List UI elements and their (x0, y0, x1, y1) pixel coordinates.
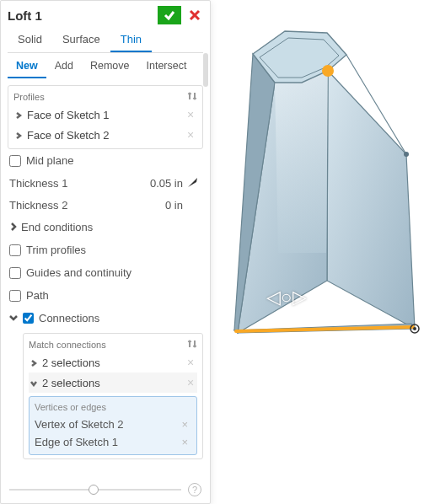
panel-body: Solid Surface Thin New Add Remove Inters… (1, 28, 210, 478)
selection-item-label: Vertex of Sketch 2 (35, 418, 178, 431)
list-item-label: 2 selections (42, 377, 185, 389)
path-checkbox[interactable] (9, 290, 21, 302)
connections-row[interactable]: Connections (8, 307, 203, 330)
feature-panel: Loft 1 Solid Surface Thin New Add Remove… (0, 0, 211, 504)
close-icon (188, 8, 201, 22)
trim-checkbox[interactable] (9, 244, 21, 256)
end-conditions-label: End conditions (21, 221, 93, 233)
thickness1-value[interactable]: 0.05 in (127, 177, 186, 190)
measure-button[interactable] (186, 175, 201, 190)
panel-title: Loft 1 (8, 8, 158, 23)
cancel-button[interactable] (186, 7, 203, 24)
thickness2-row: Thickness 2 0 in (8, 194, 203, 216)
list-item[interactable]: 2 selections × (29, 352, 197, 373)
viewport-3d[interactable]: ◁ ○ ▷ (211, 0, 440, 504)
tab-solid[interactable]: Solid (8, 28, 52, 52)
list-item[interactable]: 2 selections × (29, 373, 197, 393)
thickness2-label: Thickness 2 (9, 199, 127, 212)
chevron-right-icon (30, 357, 39, 369)
svg-marker-2 (327, 71, 415, 329)
list-item[interactable]: Face of Sketch 1 × (13, 105, 197, 125)
chevron-down-icon (30, 377, 39, 389)
help-button[interactable]: ? (188, 483, 201, 496)
chevron-right-icon (15, 109, 24, 121)
selection-box-header: Vertices or edges (35, 400, 191, 416)
match-connections-list: Match connections 2 selections × 2 selec… (23, 333, 203, 459)
list-item[interactable]: Face of Sketch 2 × (13, 125, 197, 145)
connections-checkbox[interactable] (23, 313, 34, 324)
midplane-label: Mid plane (26, 154, 73, 167)
operation-tabs: New Add Remove Intersect (8, 55, 203, 78)
body-type-tabs: Solid Surface Thin (8, 28, 203, 53)
guides-row[interactable]: Guides and continuity (8, 261, 203, 284)
sort-button[interactable] (187, 339, 197, 351)
connections-label: Connections (39, 312, 99, 324)
thickness1-label: Thickness 1 (9, 177, 127, 190)
guides-checkbox[interactable] (9, 267, 21, 279)
match-connections-label: Match connections (29, 340, 106, 350)
tab-thin[interactable]: Thin (110, 28, 152, 52)
panel-header: Loft 1 (1, 1, 210, 28)
remove-item-button[interactable]: × (178, 436, 191, 448)
opacity-slider[interactable] (9, 484, 181, 496)
path-row[interactable]: Path (8, 284, 203, 307)
svg-point-14 (322, 65, 334, 77)
midplane-row[interactable]: Mid plane (8, 149, 203, 172)
trim-label: Trim profiles (26, 244, 86, 256)
thickness1-row: Thickness 1 0.05 in (8, 172, 203, 194)
thickness2-value[interactable]: 0 in (127, 199, 186, 212)
selection-item-label: Edge of Sketch 1 (35, 436, 178, 448)
chevron-right-icon (9, 221, 21, 233)
tab-surface[interactable]: Surface (52, 28, 110, 52)
model-preview (211, 0, 440, 504)
list-item-label: Face of Sketch 2 (27, 129, 185, 142)
svg-point-11 (404, 152, 409, 157)
profiles-label: Profiles (13, 92, 45, 102)
selection-box: Vertices or edges Vertex of Sketch 2 × E… (29, 396, 197, 455)
chevron-right-icon (15, 129, 24, 142)
sort-button[interactable] (187, 91, 197, 103)
end-conditions-row[interactable]: End conditions (8, 216, 203, 239)
trim-row[interactable]: Trim profiles (8, 239, 203, 261)
tab-intersect[interactable]: Intersect (138, 55, 196, 78)
remove-item-button[interactable]: × (185, 108, 196, 121)
selection-item[interactable]: Edge of Sketch 1 × (35, 433, 191, 451)
selection-item[interactable]: Vertex of Sketch 2 × (35, 416, 191, 433)
svg-point-13 (413, 327, 416, 330)
tab-add[interactable]: Add (46, 55, 82, 78)
list-item-label: 2 selections (42, 357, 185, 369)
midplane-checkbox[interactable] (9, 155, 21, 167)
scrollbar[interactable] (203, 53, 208, 87)
guides-label: Guides and continuity (26, 266, 131, 279)
confirm-button[interactable] (158, 6, 181, 24)
svg-marker-5 (275, 71, 328, 253)
remove-item-button[interactable]: × (185, 356, 196, 369)
tab-remove[interactable]: Remove (82, 55, 138, 78)
list-item-label: Face of Sketch 1 (27, 109, 185, 121)
profiles-list: Profiles Face of Sketch 1 × Face of Sket… (8, 85, 203, 149)
remove-item-button[interactable]: × (178, 418, 191, 431)
connections-content: Match connections 2 selections × 2 selec… (23, 333, 203, 459)
remove-item-button[interactable]: × (185, 128, 196, 142)
remove-item-button[interactable]: × (185, 376, 196, 389)
path-label: Path (26, 289, 49, 302)
tab-new[interactable]: New (8, 55, 46, 78)
check-icon (163, 8, 176, 22)
svg-line-10 (236, 327, 413, 331)
panel-footer: ? (1, 478, 210, 503)
chevron-down-icon (9, 312, 21, 324)
slider-thumb[interactable] (89, 485, 99, 495)
